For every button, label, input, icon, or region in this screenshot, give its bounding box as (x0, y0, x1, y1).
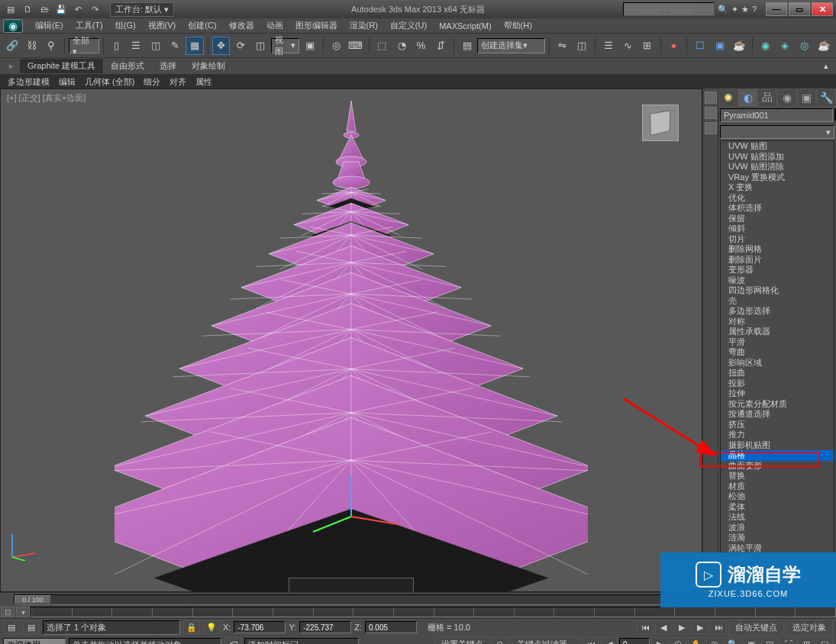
sub-props[interactable]: 属性 (191, 76, 217, 89)
vray-teapot-icon[interactable]: ☕ (815, 37, 834, 55)
render-frame-icon[interactable]: ▣ (711, 37, 729, 55)
selection-set-combo[interactable]: 创建选择集 ▾ (477, 38, 544, 53)
modifier-item[interactable]: 波浪 (721, 523, 834, 533)
key-mode-icon[interactable]: ⊙ (492, 637, 508, 644)
modifier-item[interactable]: 按元素分配材质 (721, 399, 834, 410)
modifier-item[interactable]: 扭曲 (721, 368, 834, 378)
modifier-item[interactable]: 挤压 (721, 420, 834, 430)
setkey-button[interactable]: 设置关键点 (434, 636, 490, 645)
modifier-item[interactable]: UVW 贴图清除 (721, 162, 834, 172)
scale-icon[interactable]: ◫ (251, 37, 270, 55)
coord-system[interactable]: 视图 ▾ (271, 38, 299, 53)
trackbar-filter-icon[interactable]: ▾ (16, 607, 30, 617)
modifier-item[interactable]: 变形器 (721, 265, 834, 275)
modifier-item[interactable]: 壳 (721, 296, 834, 307)
minimize-button[interactable]: — (766, 2, 787, 16)
trackbar-key-icon[interactable]: ⊡ (1, 607, 15, 617)
modifier-item[interactable]: 对称 (721, 317, 834, 327)
sub-polymodel[interactable]: 多边形建模 (3, 76, 54, 89)
add-time-tag[interactable]: 添加时间标记 (244, 638, 359, 644)
tab-objectpaint[interactable]: 对象绘制 (184, 59, 233, 73)
snap-toggle-icon[interactable]: ⬚ (373, 37, 392, 55)
modifier-item[interactable]: 属性承载器 (721, 327, 834, 337)
modifier-item[interactable]: UVW 贴图 (721, 141, 834, 152)
select-icon[interactable]: ▯ (108, 37, 126, 55)
modifier-item[interactable]: VRay 置换模式 (721, 172, 834, 183)
menu-view[interactable]: 视图(V) (142, 18, 182, 33)
menu-animation[interactable]: 动画 (260, 18, 289, 33)
tab-graphite[interactable]: Graphite 建模工具 (20, 59, 103, 73)
favorite-icon[interactable]: ★ (741, 5, 749, 14)
modifier-item[interactable]: 噪波 (721, 275, 834, 286)
modifier-item[interactable]: 保留 (721, 214, 834, 224)
bind-icon[interactable]: ⚲ (42, 37, 60, 55)
undo-icon[interactable]: ↶ (70, 2, 86, 16)
named-selset-icon[interactable]: ▤ (458, 37, 476, 55)
render-prod-icon[interactable]: ☕ (730, 37, 748, 55)
align-icon[interactable]: ◫ (573, 37, 591, 55)
app-menu-btn[interactable]: ▤ (3, 2, 18, 16)
menu-group[interactable]: 组(G) (109, 18, 142, 33)
schematic-icon[interactable]: ⊞ (638, 37, 657, 55)
modifier-item[interactable]: 影响区域 (721, 358, 834, 369)
modifier-item[interactable]: 四边形网格化 (721, 285, 834, 296)
modifier-item[interactable]: 倾斜 (721, 224, 834, 234)
autokey-button[interactable]: 自动关键点 (728, 620, 784, 636)
exchange-icon[interactable]: ✦ (731, 5, 738, 14)
rotate-icon[interactable]: ⟳ (231, 37, 250, 55)
layers-icon[interactable]: ☰ (599, 37, 618, 55)
modifier-item[interactable]: 晶格 (721, 450, 834, 461)
modifier-item[interactable]: 曲面变形 (721, 461, 834, 472)
tab-create[interactable]: ✺ (718, 89, 738, 107)
sub-subdiv[interactable]: 细分 (139, 76, 165, 89)
zoom-all-icon[interactable]: ⊞ (798, 637, 815, 644)
modifier-item[interactable]: 推力 (721, 430, 834, 440)
orbit-icon[interactable]: ◎ (706, 637, 723, 644)
modifier-item[interactable]: 材质 (721, 481, 834, 492)
help-icon[interactable]: ? (752, 5, 757, 14)
tab-hierarchy[interactable]: 品 (757, 89, 777, 107)
nav-next-icon[interactable]: ▶ (651, 637, 668, 644)
modifier-dropdown-list[interactable]: UVW 贴图UVW 贴图添加UVW 贴图清除VRay 置换模式X 变换优化体积选… (720, 140, 834, 568)
vray-frame-icon[interactable]: ◈ (776, 37, 794, 55)
tab-utilities[interactable]: 🔧 (816, 89, 836, 107)
maxscript-mini-icon[interactable]: ▤ (3, 620, 20, 634)
modifier-item[interactable]: 拉伸 (721, 388, 834, 399)
unlink-icon[interactable]: ⛓ (23, 37, 41, 55)
coord-z-input[interactable] (365, 621, 417, 633)
lock-selection-icon[interactable]: 🔒 (183, 620, 200, 634)
nav-prev-icon[interactable]: ◀ (601, 637, 618, 644)
modifier-item[interactable]: 优化 (721, 193, 834, 204)
maximize-button[interactable]: ▭ (789, 2, 810, 16)
angle-snap-icon[interactable]: ◔ (392, 37, 411, 55)
modifier-item[interactable]: 切片 (721, 234, 834, 245)
time-slider-thumb[interactable]: 0 / 100 (15, 595, 51, 604)
modifier-list-combo[interactable]: ▾ (720, 125, 834, 139)
coord-y-input[interactable] (299, 621, 351, 633)
nav-goto-start-icon[interactable]: ⏮ (583, 637, 599, 644)
field-of-view-icon[interactable]: ◫ (761, 637, 778, 644)
menu-render[interactable]: 渲染(R) (344, 18, 384, 33)
sub-geometry[interactable]: 几何体 (全部) (80, 76, 139, 89)
zoom-extents-icon[interactable]: ⛶ (780, 637, 796, 644)
modifier-item[interactable]: 多边形选择 (721, 306, 834, 317)
time-config-icon[interactable]: ⏲ (670, 637, 686, 644)
material-editor-icon[interactable]: ● (665, 37, 683, 55)
search-icon[interactable]: 🔍 (718, 5, 728, 14)
ribbon-expand-icon[interactable]: ▴ (819, 61, 833, 71)
menu-create[interactable]: 创建(C) (182, 18, 222, 33)
modifier-item[interactable]: 弯曲 (721, 347, 834, 358)
tab-modify[interactable]: ◐ (738, 89, 758, 107)
modifier-item[interactable]: 柔体 (721, 502, 834, 513)
modifier-item[interactable]: 平滑 (721, 337, 834, 348)
side-btn-1[interactable] (705, 92, 717, 104)
select-name-icon[interactable]: ☰ (127, 37, 146, 55)
link-icon[interactable]: 🔗 (3, 37, 21, 55)
sub-align[interactable]: 对齐 (165, 76, 191, 89)
isolate-icon[interactable]: 💡 (203, 620, 220, 634)
modifier-item[interactable]: 涡轮平滑 (721, 543, 834, 554)
move-icon[interactable]: ✥ (212, 37, 231, 55)
current-frame-input[interactable] (619, 638, 650, 644)
new-file-icon[interactable]: 🗋 (20, 2, 35, 16)
modifier-item[interactable]: 替换 (721, 471, 834, 481)
